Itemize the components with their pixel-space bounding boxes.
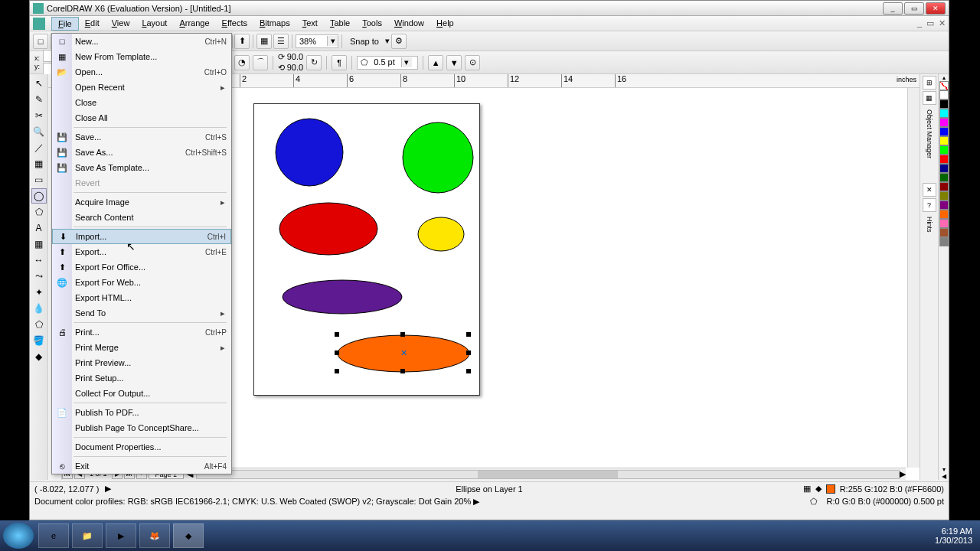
menu-file[interactable]: File (51, 17, 79, 31)
start-angle-field[interactable]: 90.0 (287, 52, 303, 61)
menu-table[interactable]: Table (324, 17, 356, 31)
menu-item-export-for-office[interactable]: ⬆Export For Office... (52, 259, 231, 275)
color-swatch[interactable] (939, 182, 949, 191)
menu-item-save-as[interactable]: 💾Save As...Ctrl+Shift+S (52, 145, 231, 160)
document-page[interactable]: ✕ (253, 103, 480, 396)
object-manager-tab[interactable]: Object Manager (926, 109, 933, 158)
to-front-icon[interactable]: ▲ (428, 55, 443, 70)
menu-item-publish-to-pdf[interactable]: 📄Publish To PDF... (52, 405, 231, 420)
ie-icon[interactable]: e (38, 523, 69, 548)
menu-item-exit[interactable]: ⎋ExitAlt+F4 (52, 458, 231, 474)
menu-item-print-preview[interactable]: Print Preview... (52, 355, 231, 370)
scroll-right-button[interactable]: ▶ (900, 469, 906, 479)
outline-tool[interactable]: ⬠ (31, 317, 47, 332)
welcome-icon[interactable]: ☰ (273, 34, 289, 49)
no-color-swatch[interactable] (939, 81, 949, 90)
menu-arrange[interactable]: Arrange (173, 17, 215, 31)
menu-item-import[interactable]: ⬇Import...Ctrl+I (52, 229, 231, 244)
ellipse-tool[interactable]: ◯ (31, 188, 47, 204)
close-docker-icon[interactable]: ✕ (923, 183, 936, 197)
color-swatch[interactable] (939, 127, 949, 136)
hints-icon[interactable]: ? (923, 198, 936, 212)
polygon-tool[interactable]: ⬠ (31, 204, 47, 220)
menu-layout[interactable]: Layout (136, 17, 173, 31)
text-tool[interactable]: A (31, 220, 47, 236)
color-swatch[interactable] (939, 219, 949, 228)
explorer-icon[interactable]: 📁 (72, 523, 103, 548)
fill-swatch[interactable] (826, 484, 835, 494)
menu-item-save-as-template[interactable]: 💾Save As Template... (52, 160, 231, 175)
docker-icon[interactable]: ▦ (923, 91, 936, 105)
new-icon[interactable]: □ (33, 34, 48, 49)
menu-item-open-recent[interactable]: Open Recent▸ (52, 80, 231, 95)
menu-item-export[interactable]: ⬆Export...Ctrl+E (52, 244, 231, 259)
chevron-down-icon[interactable]: ▾ (401, 57, 412, 67)
menu-item-collect-for-output[interactable]: Collect For Output... (52, 386, 231, 401)
color-swatch[interactable] (939, 191, 949, 201)
color-swatch[interactable] (939, 118, 949, 127)
end-angle-field[interactable]: 90.0 (287, 63, 303, 72)
color-swatch[interactable] (939, 99, 949, 109)
selection-handle[interactable] (466, 350, 471, 355)
menu-item-open[interactable]: 📂Open...Ctrl+O (52, 64, 231, 80)
to-back-icon[interactable]: ▼ (446, 55, 462, 70)
mdi-restore-button[interactable]: ▭ (926, 18, 934, 28)
color-swatch[interactable] (939, 173, 949, 182)
color-swatch[interactable] (939, 210, 949, 219)
scroll-track[interactable] (196, 470, 900, 479)
fill-tool[interactable]: 🪣 (31, 333, 47, 348)
rectangle-tool[interactable]: ▭ (31, 172, 47, 187)
color-swatch[interactable] (939, 164, 949, 173)
pick-tool[interactable]: ↖ (31, 76, 47, 91)
connect-icon[interactable]: ▦ (803, 484, 811, 494)
shape-tool[interactable]: ✎ (31, 92, 47, 107)
menu-effects[interactable]: Effects (216, 17, 253, 31)
freehand-tool[interactable]: ／ (31, 140, 47, 155)
menu-item-document-properties[interactable]: Document Properties... (52, 439, 231, 455)
mdi-close-button[interactable]: ✕ (939, 18, 946, 28)
color-swatch[interactable] (939, 155, 949, 164)
chevron-down-icon[interactable]: ▾ (327, 36, 338, 46)
zoom-tool[interactable]: 🔍 (31, 124, 47, 139)
menu-item-new-from-template[interactable]: ▦New From Template... (52, 49, 231, 64)
menu-view[interactable]: View (106, 17, 136, 31)
wrap-text-icon[interactable]: ¶ (332, 55, 347, 70)
mdi-minimize-button[interactable]: _ (917, 18, 922, 28)
maximize-button[interactable]: ▭ (904, 2, 924, 15)
menu-item-print[interactable]: 🖨Print...Ctrl+P (52, 324, 231, 340)
menu-item-acquire-image[interactable]: Acquire Image▸ (52, 194, 231, 210)
status-expand-icon[interactable]: ▶ (105, 484, 111, 494)
selection-handle[interactable] (335, 332, 339, 337)
eyedropper-tool[interactable]: 💧 (31, 301, 47, 316)
palette-down-icon[interactable]: ▾ (939, 466, 949, 473)
menu-item-close-all[interactable]: Close All (52, 110, 231, 126)
menu-text[interactable]: Text (296, 17, 324, 31)
dimension-tool[interactable]: ↔ (31, 253, 47, 268)
menu-window[interactable]: Window (388, 17, 430, 31)
selection-handle[interactable] (466, 332, 471, 337)
toggle-direction-icon[interactable]: ↻ (306, 55, 322, 70)
selection-handle[interactable] (400, 369, 405, 373)
color-swatch[interactable] (939, 201, 949, 210)
color-swatch[interactable] (939, 237, 949, 246)
color-swatch[interactable] (939, 90, 949, 99)
selection-handle[interactable] (400, 332, 405, 337)
interactive-fill-tool[interactable]: ◆ (31, 349, 47, 364)
menu-edit[interactable]: Edit (79, 17, 106, 31)
menu-item-print-setup[interactable]: Print Setup... (52, 370, 231, 386)
snap-to-label[interactable]: Snap to (345, 37, 384, 46)
selection-handle[interactable] (335, 350, 339, 355)
palette-flyout-icon[interactable]: ◀ (939, 473, 949, 480)
convert-icon[interactable]: ⊙ (465, 55, 480, 70)
scrollbar-vertical[interactable] (907, 88, 920, 468)
x-position-field[interactable]: x: (34, 54, 40, 62)
close-button[interactable]: ✕ (926, 2, 946, 15)
menu-tools[interactable]: Tools (356, 17, 388, 31)
y-position-field[interactable]: y: (34, 63, 40, 70)
menu-item-send-to[interactable]: Send To▸ (52, 305, 231, 321)
menu-item-publish-page-to-conceptshare[interactable]: Publish Page To ConceptShare... (52, 420, 231, 435)
menu-item-print-merge[interactable]: Print Merge▸ (52, 340, 231, 355)
docker-toggle-icon[interactable]: ⊞ (923, 76, 936, 90)
start-button[interactable] (3, 523, 34, 549)
connector-tool[interactable]: ⤳ (31, 269, 47, 284)
